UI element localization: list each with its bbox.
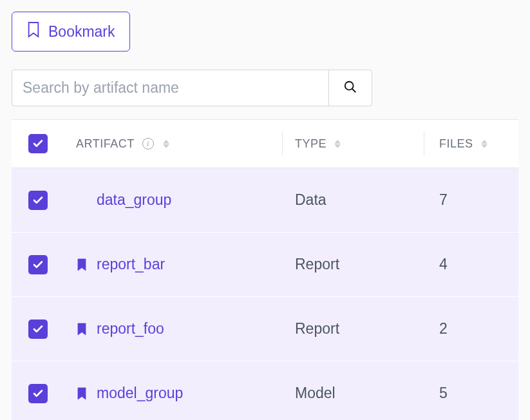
bookmark-filled-icon — [76, 322, 88, 336]
table-body: data_groupData7report_barReport4report_f… — [12, 168, 518, 420]
column-label: FILES — [439, 137, 473, 151]
bookmark-filled-icon — [76, 387, 88, 401]
artifact-name: report_foo — [97, 320, 164, 338]
artifact-type: Report — [295, 320, 339, 338]
artifact-link[interactable]: report_bar — [76, 256, 165, 273]
check-icon — [32, 388, 44, 399]
artifact-link[interactable]: model_group — [76, 385, 183, 402]
row-checkbox[interactable] — [28, 384, 48, 403]
bookmark-label: Bookmark — [48, 23, 115, 41]
artifact-files: 7 — [439, 191, 448, 209]
artifact-link[interactable]: data_group — [76, 191, 171, 209]
artifacts-table: ARTIFACT i TYPE FILES data_groupData7rep… — [12, 119, 518, 420]
check-icon — [32, 323, 44, 335]
search-input[interactable] — [12, 70, 328, 106]
search-button[interactable] — [328, 70, 372, 106]
artifact-files: 4 — [439, 256, 448, 273]
column-label: ARTIFACT — [76, 137, 135, 151]
table-row: data_groupData7 — [12, 168, 518, 233]
table-row: report_barReport4 — [12, 233, 518, 297]
search-bar — [12, 70, 372, 106]
bookmark-icon — [26, 21, 41, 42]
artifact-name: report_bar — [97, 256, 165, 273]
column-header-artifact[interactable]: ARTIFACT i — [76, 137, 295, 151]
sort-icon[interactable] — [334, 140, 341, 148]
artifact-type: Data — [295, 191, 327, 209]
select-all-checkbox[interactable] — [28, 134, 48, 153]
search-icon — [343, 80, 357, 96]
svg-line-1 — [352, 89, 356, 93]
column-header-files[interactable]: FILES — [437, 137, 518, 151]
table-header: ARTIFACT i TYPE FILES — [12, 119, 518, 168]
sort-icon[interactable] — [163, 140, 169, 148]
table-row: model_groupModel5 — [12, 361, 518, 420]
table-row: report_fooReport2 — [12, 297, 518, 361]
row-checkbox[interactable] — [28, 191, 48, 210]
svg-point-0 — [345, 82, 354, 90]
artifact-type: Model — [295, 385, 336, 402]
column-header-type[interactable]: TYPE — [295, 137, 437, 151]
sort-icon[interactable] — [481, 140, 487, 148]
check-icon — [32, 259, 44, 271]
info-icon[interactable]: i — [142, 138, 154, 149]
check-icon — [32, 195, 44, 206]
artifact-name: model_group — [97, 385, 183, 402]
artifact-link[interactable]: report_foo — [76, 320, 164, 338]
artifact-files: 2 — [439, 320, 448, 338]
bookmark-button[interactable]: Bookmark — [12, 12, 130, 52]
row-checkbox[interactable] — [28, 320, 48, 339]
artifact-name: data_group — [97, 191, 171, 209]
row-checkbox[interactable] — [28, 255, 48, 274]
artifact-files: 5 — [439, 385, 448, 402]
bookmark-filled-icon — [76, 258, 88, 272]
check-icon — [32, 138, 44, 149]
artifact-type: Report — [295, 256, 339, 273]
column-label: TYPE — [295, 137, 327, 151]
